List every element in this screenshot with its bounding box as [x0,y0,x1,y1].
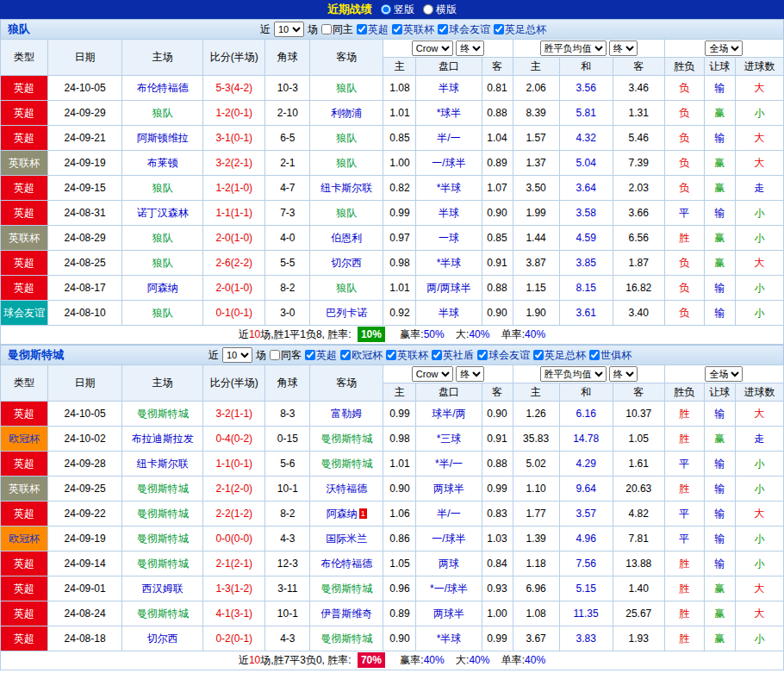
away-team-name[interactable]: 狼队 [336,82,357,94]
league-filter[interactable]: 英超 [357,22,389,37]
home-team-name[interactable]: 布莱顿 [147,157,178,169]
home-team-name[interactable]: 曼彻斯特城 [137,608,189,620]
away-team-name[interactable]: 阿森纳 [327,508,358,520]
away-team-name[interactable]: 国际米兰 [326,533,367,545]
away-team-name[interactable]: 沃特福德 [326,483,367,495]
league-filter[interactable]: 球会友谊 [438,22,490,37]
away-team-name[interactable]: 狼队 [336,207,357,219]
avg-stage-select[interactable]: 终 [609,366,638,382]
avg-type-select[interactable]: 胜平负均值 [540,41,607,56]
away-team-name[interactable]: 曼彻斯特城 [320,583,372,595]
handicap-result: 赢 [704,576,735,601]
league-checkbox[interactable] [533,350,544,360]
home-team-name[interactable]: 阿斯顿维拉 [137,132,189,144]
away-team-name[interactable]: 曼彻斯特城 [320,632,372,645]
away-team-name[interactable]: 狼队 [336,132,357,144]
league-filter[interactable]: 欧冠杯 [340,348,383,363]
handicap: *三球 [416,427,482,452]
league-filter[interactable]: 英足总杯 [494,22,546,37]
win-rate-badge: 70% [358,652,385,668]
home-team-name[interactable]: 曼彻斯特城 [137,408,189,420]
home-team-name[interactable]: 曼彻斯特城 [137,558,189,570]
away-team-name[interactable]: 巴列卡诺 [326,307,367,319]
match-count-select[interactable]: 10 [222,347,252,363]
league-checkbox[interactable] [357,24,367,34]
league-checkbox[interactable] [432,350,442,360]
league-checkbox[interactable] [392,24,402,34]
home-team-name[interactable]: 布伦特福德 [137,82,189,94]
league-filter[interactable]: 英联杯 [386,348,428,363]
match-date: 24-09-19 [48,151,122,176]
away-team-name[interactable]: 利物浦 [331,107,362,119]
home-team-name[interactable]: 西汉姆联 [142,583,184,595]
home-team-name[interactable]: 狼队 [152,107,173,119]
away-team-name[interactable]: 纽卡斯尔联 [320,182,372,194]
same-venue-checkbox[interactable] [321,24,332,34]
home-team-name[interactable]: 狼队 [152,232,173,244]
horizontal-radio[interactable] [423,4,433,15]
league-checkbox[interactable] [305,350,315,360]
same-venue-filter[interactable]: 同主 [321,22,353,37]
away-team: 狼队 [310,201,383,226]
away-team: 曼彻斯特城 [310,427,383,452]
team-name[interactable]: 曼彻斯特城 [8,347,64,363]
away-team-name[interactable]: 伯恩利 [331,232,362,244]
league-checkbox[interactable] [589,350,600,360]
team-name[interactable]: 狼队 [8,22,30,37]
league-label: 世俱杯 [600,348,632,363]
league-type-badge: 英超 [1,76,48,101]
home-team-name[interactable]: 曼彻斯特城 [137,533,189,545]
bookmaker-select[interactable]: Crow [412,366,453,382]
league-checkbox[interactable] [386,350,396,360]
layout-option-horizontal[interactable]: 横版 [423,3,457,17]
league-checkbox[interactable] [340,350,351,360]
home-team-name[interactable]: 切尔西 [147,632,178,645]
avg-draw: 5.81 [559,101,613,126]
away-team-name[interactable]: 曼彻斯特城 [320,458,372,470]
away-team-name[interactable]: 伊普斯维奇 [320,608,372,620]
away-team-name[interactable]: 狼队 [336,157,357,169]
home-team-name[interactable]: 狼队 [152,307,173,319]
bookmaker-select[interactable]: Crow [412,41,453,56]
away-team-name[interactable]: 曼彻斯特城 [320,433,372,445]
away-team-name[interactable]: 布伦特福德 [320,558,372,570]
scope-select[interactable]: 全场 [705,41,743,56]
home-team-name[interactable]: 布拉迪斯拉发 [132,433,194,445]
same-venue-checkbox[interactable] [270,350,280,360]
home-team-name[interactable]: 狼队 [152,182,173,194]
avg-type-select[interactable]: 胜平负均值 [540,366,607,382]
league-filter[interactable]: 英联杯 [392,22,434,37]
match-count-select[interactable]: 10 [274,22,304,37]
away-team-name[interactable]: 切尔西 [331,257,362,269]
odds-stage-select[interactable]: 终 [456,41,484,56]
home-team-name[interactable]: 曼彻斯特城 [137,483,189,495]
league-checkbox[interactable] [494,24,504,34]
odds-stage-select[interactable]: 终 [456,366,484,382]
home-team-name[interactable]: 纽卡斯尔联 [137,458,189,470]
corners: 5-5 [265,251,310,276]
league-filter[interactable]: 英社盾 [432,348,474,363]
league-filter[interactable]: 球会友谊 [477,348,530,363]
league-checkbox[interactable] [438,24,448,34]
score: 2-6(2-2) [203,251,265,276]
home-team-name[interactable]: 诺丁汉森林 [137,207,189,219]
handicap: 半球 [416,76,482,101]
away-team-name[interactable]: 富勒姆 [331,408,362,420]
home-team-name[interactable]: 狼队 [152,257,173,269]
avg-draw: 9.64 [559,477,613,502]
same-venue-filter[interactable]: 同客 [270,348,302,363]
league-filter[interactable]: 英足总杯 [533,348,586,363]
away-team-name[interactable]: 狼队 [336,282,357,294]
handicap-result: 输 [704,527,735,551]
home-team-name[interactable]: 阿森纳 [147,282,178,294]
goals-result: 走 [735,176,783,201]
league-checkbox[interactable] [477,350,488,360]
vertical-radio[interactable] [381,4,391,15]
league-type-badge: 英超 [1,576,48,601]
league-filter[interactable]: 世俱杯 [589,348,632,363]
scope-select[interactable]: 全场 [705,366,743,382]
layout-option-vertical[interactable]: 竖版 [381,3,414,17]
avg-stage-select[interactable]: 终 [609,41,638,56]
league-filter[interactable]: 英超 [305,348,337,363]
home-team-name[interactable]: 曼彻斯特城 [137,508,189,520]
